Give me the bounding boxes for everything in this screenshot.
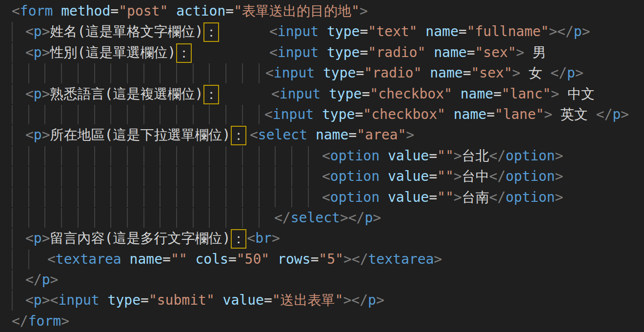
indent-guide (209, 208, 210, 228)
token-tag-name: p (34, 127, 42, 143)
token-string-value: "" (437, 168, 454, 184)
unicode-highlight-colon: ： (231, 126, 246, 145)
token-text (417, 23, 425, 39)
token-text: 台南 (462, 189, 489, 205)
indent-guide (94, 208, 95, 228)
indent-guide (160, 208, 161, 228)
token-text (315, 65, 323, 81)
indent-guide (12, 270, 13, 290)
token-text: 男 (524, 44, 546, 60)
indent-guide (12, 291, 13, 310)
code-line-12[interactable]: <p>留言內容(這是多行文字欄位)：<br> (0, 228, 644, 249)
code-segment: <input type="checkbox" name="lane"> 英文 <… (264, 104, 629, 125)
token-punctuation: </ (348, 210, 365, 226)
token-string-value: "checkbox" (363, 106, 445, 122)
token-string-value: "5" (319, 251, 343, 267)
token-attribute-name: action (176, 3, 225, 19)
code-line-7[interactable]: <p>所在地區(這是下拉選單欄位)：<select name="area"> (0, 125, 644, 145)
token-string-value: "" (171, 251, 187, 267)
indent-guide (110, 167, 111, 186)
indent-guide (12, 63, 13, 83)
indent-guide (127, 63, 128, 83)
code-line-3[interactable]: <p>性別(這是單選欄位)：<input type="radio" name="… (0, 42, 644, 63)
token-text: 英文 (552, 106, 596, 122)
token-string-value: "text" (368, 23, 417, 39)
code-segment: <option value="">台中</option> (322, 166, 563, 187)
code-segment: <input type="checkbox" name="lanc"> 中文 (271, 84, 595, 104)
code-line-14[interactable]: </p> (0, 270, 644, 290)
code-line-2[interactable]: <p>姓名(這是單格文字欄位)：<input type="text" name=… (0, 21, 644, 42)
code-editor[interactable]: <form method="post" action="表單送出的目的地"><p… (0, 0, 644, 332)
indent-guide (143, 167, 144, 186)
token-punctuation: < (247, 230, 255, 246)
token-equals-operator: = (355, 106, 363, 122)
indent-guide (78, 208, 79, 228)
indent-guide (275, 146, 276, 166)
token-tag-name: select (291, 210, 340, 226)
code-line-5[interactable]: <p>熟悉語言(這是複選欄位)：<input type="checkbox" n… (0, 84, 644, 104)
token-equals-operator: = (429, 168, 437, 184)
token-punctuation: < (269, 23, 278, 39)
code-line-15[interactable]: <p><input type="submit" value="送出表單"></p… (0, 290, 644, 311)
token-text: 留言內容(這是多行文字欄位) (50, 230, 231, 246)
token-string-value: "lane" (495, 106, 544, 122)
token-equals-operator: = (360, 44, 368, 60)
token-punctuation: > (454, 189, 462, 205)
indent-guide (176, 208, 177, 228)
indent-guide (94, 188, 95, 207)
token-string-value: "lanc" (502, 86, 551, 102)
token-punctuation: </ (596, 106, 613, 122)
token-punctuation: > (42, 292, 50, 308)
token-equals-operator: = (110, 3, 119, 19)
indent-guide (291, 188, 292, 207)
code-line-16[interactable]: </form> (0, 311, 644, 332)
token-punctuation: > (555, 148, 563, 164)
token-punctuation: < (269, 44, 278, 60)
token-tag-name: option (505, 148, 555, 164)
token-equals-operator: = (362, 86, 370, 102)
code-line-9[interactable]: <option value="">台中</option> (0, 166, 644, 187)
token-tag-name: input (274, 65, 315, 81)
code-line-8[interactable]: <option value="">台北</option> (0, 146, 644, 166)
unicode-highlight-colon: ： (231, 229, 246, 249)
token-text (422, 65, 430, 81)
token-punctuation: > (406, 127, 414, 143)
code-line-6[interactable]: <input type="checkbox" name="lane"> 英文 <… (0, 104, 644, 125)
indent-guide (61, 105, 62, 124)
indent-guide (110, 63, 111, 83)
code-line-11[interactable]: </select></p> (0, 208, 644, 228)
code-line-1[interactable]: <form method="post" action="表單送出的目的地"> (0, 1, 644, 21)
indent-guide (291, 146, 292, 166)
indent-guide (78, 188, 79, 207)
token-string-value: "" (437, 189, 454, 205)
token-punctuation: > (582, 23, 590, 39)
indent-guide (209, 167, 210, 186)
token-text: 性別(這是單選欄位) (50, 44, 176, 60)
token-string-value: "" (437, 148, 454, 164)
code-line-10[interactable]: <option value="">台南</option> (0, 187, 644, 208)
token-punctuation: < (25, 86, 34, 102)
indent-guide (242, 63, 243, 83)
indent-guide (44, 105, 45, 124)
code-line-4[interactable]: <input type="radio" name="sex"> 女 </p> (0, 63, 644, 83)
token-text (307, 127, 316, 143)
indent-guide (143, 188, 144, 207)
token-punctuation: </ (351, 292, 368, 308)
code-line-13[interactable]: <textarea name="" cols="50" rows="5"></t… (0, 249, 644, 270)
indent-guide (44, 208, 45, 228)
token-tag-name: p (34, 23, 42, 39)
token-equals-operator: = (463, 65, 471, 81)
indent-guide (209, 63, 210, 83)
indent-guide (44, 63, 45, 83)
token-string-value: "sex" (475, 44, 516, 60)
token-text (319, 23, 327, 39)
token-equals-operator: = (429, 189, 437, 205)
token-tag-name: p (34, 44, 42, 60)
indent-guide (44, 167, 45, 186)
token-text: 所在地區(這是下拉選單欄位) (50, 127, 231, 143)
token-string-value: "50" (237, 251, 269, 267)
indent-guide (28, 105, 29, 124)
code-segment: <p><input type="submit" value="送出表單"></p… (25, 290, 384, 311)
indent-guide (143, 208, 144, 228)
indent-guide (160, 167, 161, 186)
